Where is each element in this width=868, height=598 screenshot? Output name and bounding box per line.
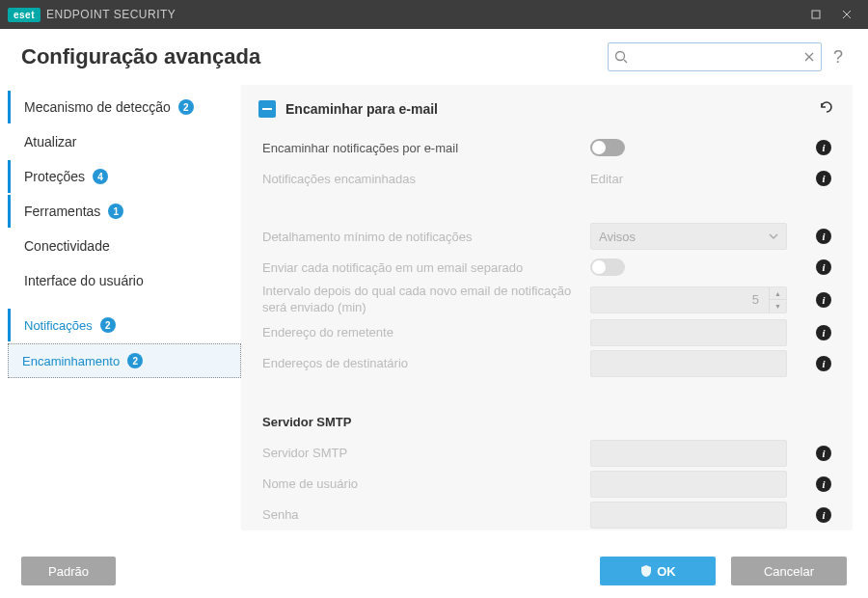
sidebar-item-connectivity[interactable]: Conectividade [8,230,241,262]
input-sender [590,319,787,346]
chevron-down-icon [769,231,778,241]
page-title: Configuração avançada [21,44,260,69]
badge: 2 [127,353,143,368]
window-close-button[interactable] [833,3,860,26]
titlebar-left: eset ENDPOINT SECURITY [8,8,176,22]
search-input-wrapper[interactable] [608,42,822,71]
select-min-detail: Avisos [590,223,787,250]
section-title: Encaminhar para e-mail [285,101,808,117]
row-control [590,139,812,156]
ok-button[interactable]: OK [600,557,716,585]
spinner-up: ▲ [770,287,786,301]
row-smtp-server: Servidor SMTP i [258,439,835,468]
spinner-down: ▼ [770,300,786,313]
square-icon [811,10,821,19]
sidebar-item-update[interactable]: Atualizar [8,125,241,158]
bottom-bar: Padrão OK Cancelar [0,544,868,598]
badge: 2 [178,99,194,115]
row-interval: Intervalo depois do qual cada novo email… [258,284,835,316]
row-label: Intervalo depois do qual cada novo email… [262,284,590,316]
sidebar-item-label: Mecanismo de detecção [24,99,171,115]
sidebar: Mecanismo de detecção 2 Atualizar Proteç… [0,85,241,596]
sidebar-sub-forwarding[interactable]: Encaminhamento 2 [8,343,241,378]
default-button[interactable]: Padrão [21,557,116,585]
row-smtp-password: Senha i [258,501,835,530]
header-tools: ? [608,42,847,71]
close-icon [842,10,852,19]
revert-button[interactable] [818,98,835,120]
content: Mecanismo de detecção 2 Atualizar Proteç… [0,85,868,596]
row-label: Encaminhar notificações por e-mail [262,141,590,155]
spinner-buttons: ▲ ▼ [769,287,786,313]
info-icon[interactable]: i [816,356,831,371]
spinner-interval: 5 ▲ ▼ [590,286,787,313]
bottom-right-group: OK Cancelar [600,557,847,585]
row-min-detail: Detalhamento mínimo de notificações Avis… [258,222,835,251]
row-forward-email: Encaminhar notificações por e-mail i [258,133,835,162]
row-recipients: Endereços de destinatário i [258,349,835,378]
toggle-forward-email[interactable] [590,139,625,156]
row-label: Nome de usuário [262,476,590,491]
info-icon[interactable]: i [816,140,831,155]
row-label: Endereço do remetente [262,325,590,340]
select-value: Avisos [599,230,636,244]
button-label: OK [657,564,676,579]
sidebar-item-detection[interactable]: Mecanismo de detecção 2 [8,91,241,123]
collapse-toggle[interactable] [258,100,276,118]
info-icon[interactable]: i [816,325,831,340]
window-controls [802,3,860,26]
sidebar-item-label: Ferramentas [24,204,100,219]
row-separate-email: Enviar cada notificação em um email sepa… [258,253,835,282]
row-control [590,258,812,276]
badge: 1 [108,204,123,219]
badge: 2 [100,317,116,333]
search-icon [614,50,628,64]
info-icon[interactable]: i [816,446,831,461]
info-icon[interactable]: i [816,476,831,492]
row-control: Avisos [590,223,812,250]
input-smtp-server [590,440,787,467]
window-maximize-button[interactable] [802,3,829,26]
page-header: Configuração avançada ? [0,29,868,85]
sidebar-item-protections[interactable]: Proteções 4 [8,160,241,193]
sidebar-item-label: Interface do usuário [24,273,144,288]
main-panel-wrapper: Encaminhar para e-mail Encaminhar notifi… [241,85,868,596]
svg-point-3 [615,52,624,61]
button-label: Cancelar [764,564,814,579]
info-icon[interactable]: i [816,259,831,275]
sidebar-item-label: Encaminhamento [22,354,120,368]
smtp-section-title: Servidor SMTP [262,415,835,429]
cancel-button[interactable]: Cancelar [731,557,847,585]
sidebar-item-tools[interactable]: Ferramentas 1 [8,195,241,228]
row-label: Senha [262,507,590,522]
main-panel: Encaminhar para e-mail Encaminhar notifi… [241,85,853,530]
spinner-value: 5 [591,287,769,313]
input-smtp-password [590,502,787,529]
row-control: Editar [590,172,812,186]
shield-icon [639,564,653,578]
row-control: 5 ▲ ▼ [590,286,812,313]
row-label: Servidor SMTP [262,446,590,460]
clear-search-icon[interactable] [803,51,815,63]
info-icon[interactable]: i [816,292,831,308]
sidebar-item-label: Conectividade [24,238,110,254]
row-label: Enviar cada notificação em um email sepa… [262,260,590,275]
edit-link: Editar [590,172,623,186]
row-label: Detalhamento mínimo de notificações [262,230,590,244]
input-recipients [590,350,787,377]
toggle-separate-email [590,258,625,276]
svg-line-4 [624,60,627,63]
svg-rect-0 [812,11,820,18]
help-button[interactable]: ? [829,47,847,68]
minus-icon [262,108,272,110]
undo-icon [818,98,835,116]
search-input[interactable] [632,50,800,65]
input-smtp-user [590,471,787,498]
info-icon[interactable]: i [816,171,831,186]
sidebar-item-label: Notificações [24,318,93,333]
sidebar-sub-notifications[interactable]: Notificações 2 [8,309,241,341]
info-icon[interactable]: i [816,507,831,523]
info-icon[interactable]: i [816,229,831,244]
row-forwarded-notifications: Notificações encaminhadas Editar i [258,164,835,193]
sidebar-item-ui[interactable]: Interface do usuário [8,264,241,297]
